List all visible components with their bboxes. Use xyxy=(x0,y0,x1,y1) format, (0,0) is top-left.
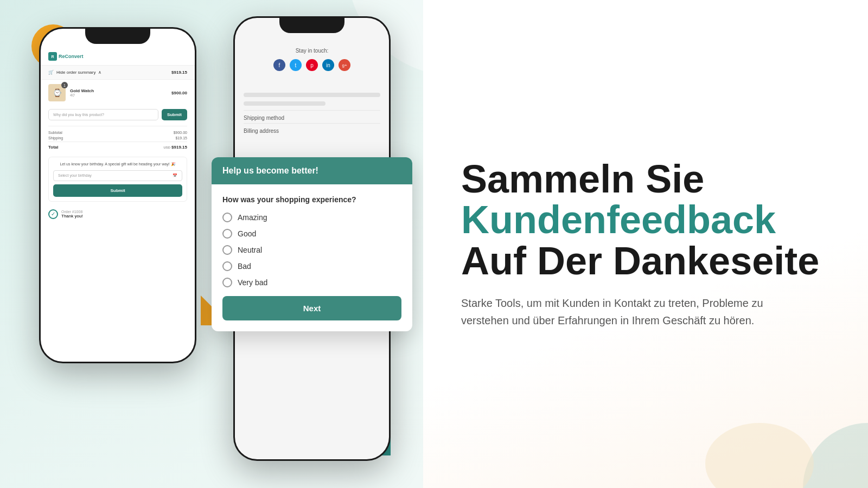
survey-option-good[interactable]: Good xyxy=(222,229,401,239)
right-content: Sammeln Sie Kundenfeedback Auf Der Danke… xyxy=(461,159,819,330)
shipping-method-label: Shipping method xyxy=(244,110,380,123)
right-section: Sammeln Sie Kundenfeedback Auf Der Danke… xyxy=(423,0,868,488)
phone-left-notch xyxy=(85,29,150,44)
headline-line2: Kundenfeedback xyxy=(461,200,819,241)
birthday-box: Let us know your birthday. A special gif… xyxy=(48,157,187,202)
survey-title: Help us become better! xyxy=(222,166,401,176)
survey-option-amazing[interactable]: Amazing xyxy=(222,213,401,222)
subtotal-row: Subtotal $900.00 xyxy=(48,131,187,134)
survey-next-button[interactable]: Next xyxy=(222,296,401,320)
survey-option-very-bad[interactable]: Very bad xyxy=(222,278,401,287)
phone-left-content: R ReConvert 🛒 Hide order summary ∧ $919.… xyxy=(41,48,195,362)
option-bad-label: Bad xyxy=(238,262,251,271)
question-input[interactable]: Why did you buy this product? xyxy=(48,109,158,120)
google-icon[interactable]: g+ xyxy=(339,59,350,71)
product-info: Gold Watch 40' xyxy=(70,88,167,97)
left-section: R ReConvert 🛒 Hide order summary ∧ $919.… xyxy=(0,0,423,488)
shipping-row: Shipping $19.15 xyxy=(48,136,187,140)
survey-popup: Help us become better! How was your shop… xyxy=(212,157,412,331)
product-row: ⌚ 1 Gold Watch 40' $900.00 xyxy=(41,80,195,106)
survey-question: How was your shopping experience? xyxy=(222,195,401,204)
phone-left: R ReConvert 🛒 Hide order summary ∧ $919.… xyxy=(39,27,196,363)
radio-amazing[interactable] xyxy=(222,213,232,222)
option-amazing-label: Amazing xyxy=(238,213,267,222)
question-input-row: Why did you buy this product? Submit xyxy=(41,106,195,124)
total-row: Total USD$919.15 xyxy=(48,142,187,150)
reconvert-logo: R ReConvert xyxy=(48,52,84,61)
line-placeholder-2 xyxy=(244,101,326,106)
submit-button[interactable]: Submit xyxy=(162,109,187,120)
stay-in-touch-section: Stay in touch: f t p in g+ xyxy=(235,37,389,76)
calendar-icon: 📅 xyxy=(173,174,177,178)
line-placeholder-1 xyxy=(244,93,380,97)
birthday-submit-button[interactable]: Submit xyxy=(53,184,182,197)
cart-icon: 🛒 xyxy=(48,70,54,75)
twitter-icon[interactable]: t xyxy=(290,59,302,71)
billing-address-label: Billing address xyxy=(244,123,380,136)
subtext: Starke Tools, um mit Kunden in Kontakt z… xyxy=(461,294,776,329)
option-good-label: Good xyxy=(238,229,256,238)
order-summary-bar[interactable]: 🛒 Hide order summary ∧ $919.15 xyxy=(41,65,195,80)
survey-body: How was your shopping experience? Amazin… xyxy=(212,184,412,331)
pinterest-icon[interactable]: p xyxy=(306,59,318,71)
phone-right-notch xyxy=(279,18,344,33)
check-circle-icon: ✓ xyxy=(48,209,58,219)
order-summary-left: 🛒 Hide order summary ∧ xyxy=(48,70,101,75)
logo-icon: R xyxy=(48,52,57,61)
facebook-icon[interactable]: f xyxy=(273,59,285,71)
radio-good[interactable] xyxy=(222,229,232,239)
radio-neutral[interactable] xyxy=(222,245,232,255)
stay-in-touch-label: Stay in touch: xyxy=(240,48,384,54)
social-icons-row: f t p in g+ xyxy=(240,59,384,71)
headline-line3: Auf Der Dankeseite xyxy=(461,241,819,282)
cream-blob-decoration xyxy=(705,423,814,488)
totals-section: Subtotal $900.00 Shipping $19.15 Total U… xyxy=(41,129,195,153)
option-very-bad-label: Very bad xyxy=(238,278,267,287)
phone-left-screen: R ReConvert 🛒 Hide order summary ∧ $919.… xyxy=(41,29,195,362)
lp-header: R ReConvert xyxy=(41,48,195,65)
order-info: Order #1008 Thank you! xyxy=(61,210,83,219)
option-neutral-label: Neutral xyxy=(238,246,262,254)
shipping-section: Shipping method Billing address xyxy=(235,76,389,142)
product-image: ⌚ 1 xyxy=(48,84,66,101)
radio-bad[interactable] xyxy=(222,261,232,271)
thank-you-section: ✓ Order #1008 Thank you! xyxy=(41,205,195,223)
survey-header: Help us become better! xyxy=(212,157,412,184)
birthday-input[interactable]: Select your birthday 📅 xyxy=(53,170,182,181)
survey-option-bad[interactable]: Bad xyxy=(222,261,401,271)
chevron-icon: ∧ xyxy=(98,70,101,75)
headline-line1: Sammeln Sie xyxy=(461,159,819,200)
divider xyxy=(48,126,187,126)
radio-very-bad[interactable] xyxy=(222,278,232,287)
survey-option-neutral[interactable]: Neutral xyxy=(222,245,401,255)
linkedin-icon[interactable]: in xyxy=(322,59,334,71)
